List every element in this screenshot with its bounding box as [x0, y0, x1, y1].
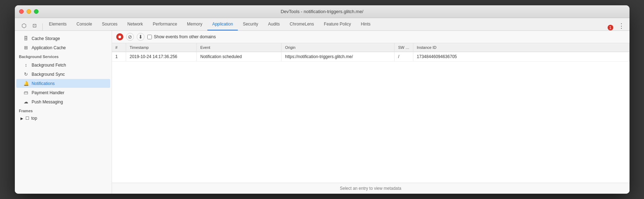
sidebar-item-payment-handler-label: Payment Handler [32, 90, 65, 95]
export-button[interactable]: ⬇ [137, 33, 144, 41]
cell-timestamp: 2019-10-24 14:17:36.256 [126, 52, 197, 62]
sidebar-item-cache-storage[interactable]: 🗄 Cache Storage [16, 34, 110, 43]
sidebar-item-payment-handler[interactable]: 🗃 Payment Handler [16, 88, 110, 97]
more-options-button[interactable]: ⋮ [616, 21, 627, 30]
toolbar-divider [42, 23, 43, 30]
frames-top-folder-icon: ☐ [25, 116, 29, 121]
frames-top-arrow-icon: ▶ [20, 116, 23, 120]
frames-label: Frames [19, 109, 33, 113]
minimize-button[interactable] [26, 9, 31, 14]
sidebar-item-notifications[interactable]: 🔔 Notifications [16, 79, 110, 88]
background-sync-icon: ↻ [23, 72, 29, 77]
col-header-sw: SW … [395, 43, 413, 52]
main-area: 🗄 Cache Storage ⊞ Application Cache Back… [15, 31, 630, 194]
tab-audits[interactable]: Audits [263, 18, 285, 30]
maximize-button[interactable] [34, 9, 39, 14]
sidebar-item-notifications-label: Notifications [32, 81, 55, 86]
col-header-instance-id: Instance ID [413, 43, 629, 52]
record-button[interactable]: ⏺ [116, 33, 123, 40]
device-mode-btn[interactable]: ⊡ [30, 21, 40, 30]
notifications-table: # Timestamp Event Origin SW … Instance I… [112, 43, 630, 62]
clear-button[interactable]: ⊘ [126, 33, 134, 41]
table-header-row: # Timestamp Event Origin SW … Instance I… [112, 43, 630, 52]
cell-event: Notification scheduled [197, 52, 282, 62]
content-area: ⏺ ⊘ ⬇ Show events from other domains # T… [112, 31, 630, 194]
notifications-icon: 🔔 [23, 81, 29, 86]
status-text: Select an entry to view metadata [340, 186, 401, 191]
payment-handler-icon: 🗃 [23, 90, 29, 95]
tab-feature-policy[interactable]: Feature Policy [319, 18, 356, 30]
frames-section: Frames [15, 107, 112, 114]
sidebar-item-application-cache[interactable]: ⊞ Application Cache [16, 43, 110, 52]
col-header-event: Event [197, 43, 282, 52]
col-header-timestamp: Timestamp [126, 43, 197, 52]
tab-console[interactable]: Console [72, 18, 97, 30]
sidebar-item-cache-storage-label: Cache Storage [32, 36, 60, 41]
push-messaging-icon: ☁ [23, 99, 29, 104]
window-title: DevTools - notification-triggers.glitch.… [280, 9, 363, 14]
sidebar: 🗄 Cache Storage ⊞ Application Cache Back… [15, 31, 112, 194]
error-count: 1 [608, 25, 613, 30]
tab-elements[interactable]: Elements [44, 18, 72, 30]
sidebar-item-application-cache-label: Application Cache [32, 45, 66, 50]
cell-num: 1 [112, 52, 126, 62]
content-toolbar: ⏺ ⊘ ⬇ Show events from other domains [112, 31, 630, 43]
tab-performance[interactable]: Performance [148, 18, 182, 30]
sidebar-item-background-fetch-label: Background Fetch [32, 63, 66, 68]
status-bar: Select an entry to view metadata [112, 183, 630, 194]
frames-top-label: top [31, 116, 37, 121]
tab-application[interactable]: Application [207, 18, 238, 30]
show-other-domains-text: Show events from other domains [154, 34, 216, 39]
traffic-lights [19, 9, 39, 14]
col-header-num: # [112, 43, 126, 52]
close-button[interactable] [19, 9, 24, 14]
tab-network[interactable]: Network [123, 18, 148, 30]
sidebar-item-background-sync-label: Background Sync [32, 72, 65, 77]
tab-hints[interactable]: Hints [356, 18, 376, 30]
sidebar-item-background-sync[interactable]: ↻ Background Sync [16, 70, 110, 79]
col-header-origin: Origin [282, 43, 395, 52]
cell-sw: / [395, 52, 413, 62]
background-services-section: Background Services [15, 52, 112, 60]
table-wrapper[interactable]: # Timestamp Event Origin SW … Instance I… [112, 43, 630, 183]
background-fetch-icon: ↕ [23, 62, 29, 68]
tab-security[interactable]: Security [238, 18, 263, 30]
cache-storage-icon: 🗄 [23, 36, 29, 41]
titlebar: DevTools - notification-triggers.glitch.… [15, 5, 630, 18]
table-row[interactable]: 1 2019-10-24 14:17:36.256 Notification s… [112, 52, 630, 62]
sidebar-item-background-fetch[interactable]: ↕ Background Fetch [16, 61, 110, 69]
show-other-domains-checkbox[interactable] [147, 35, 152, 39]
devtools-window: DevTools - notification-triggers.glitch.… [15, 5, 630, 194]
sidebar-item-push-messaging[interactable]: ☁ Push Messaging [16, 97, 110, 106]
nav-tabs: ⬡ ⊡ Elements Console Sources Network Per… [15, 18, 630, 31]
application-cache-icon: ⊞ [23, 45, 29, 50]
tab-chromelens[interactable]: ChromeLens [285, 18, 319, 30]
error-badge: 1 [608, 25, 613, 30]
cell-instance-id: 17348446094636705 [413, 52, 629, 62]
show-other-domains-label[interactable]: Show events from other domains [147, 34, 216, 39]
tab-memory[interactable]: Memory [182, 18, 207, 30]
cell-origin: https://notification-triggers.glitch.me/ [282, 52, 395, 62]
inspect-mode-btn[interactable]: ⬡ [19, 21, 29, 30]
sidebar-item-frames-top[interactable]: ▶ ☐ top [15, 114, 112, 122]
table-body: 1 2019-10-24 14:17:36.256 Notification s… [112, 52, 630, 62]
background-services-label: Background Services [19, 55, 59, 59]
sidebar-item-push-messaging-label: Push Messaging [32, 100, 63, 104]
tab-sources[interactable]: Sources [97, 18, 123, 30]
